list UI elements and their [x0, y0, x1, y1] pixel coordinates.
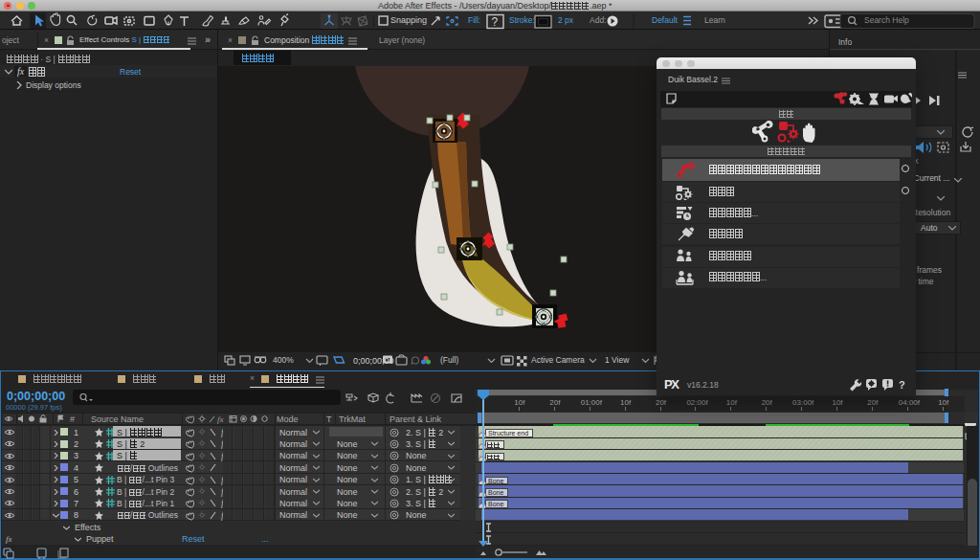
svg-text:?: ?	[492, 15, 499, 29]
svg-text:?: ?	[899, 379, 905, 391]
svg-text:fx: fx	[217, 414, 224, 424]
